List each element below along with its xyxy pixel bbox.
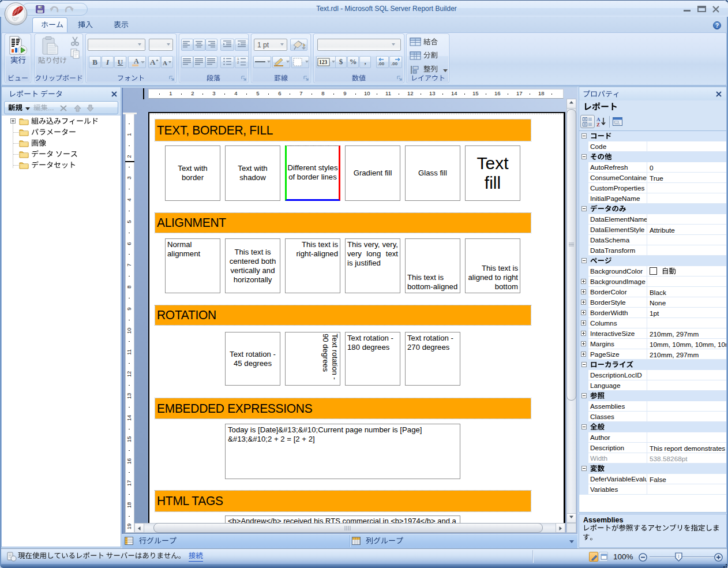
svg-text:A: A <box>150 58 156 66</box>
svg-text:.00: .00 <box>391 61 398 66</box>
svg-text:2: 2 <box>237 61 239 64</box>
svg-text:.00: .00 <box>378 61 385 66</box>
svg-text:A: A <box>134 57 139 65</box>
svg-text:Z: Z <box>596 122 600 128</box>
svg-text:?: ? <box>715 23 719 29</box>
svg-text:A: A <box>163 59 167 66</box>
svg-text:123: 123 <box>319 59 328 65</box>
